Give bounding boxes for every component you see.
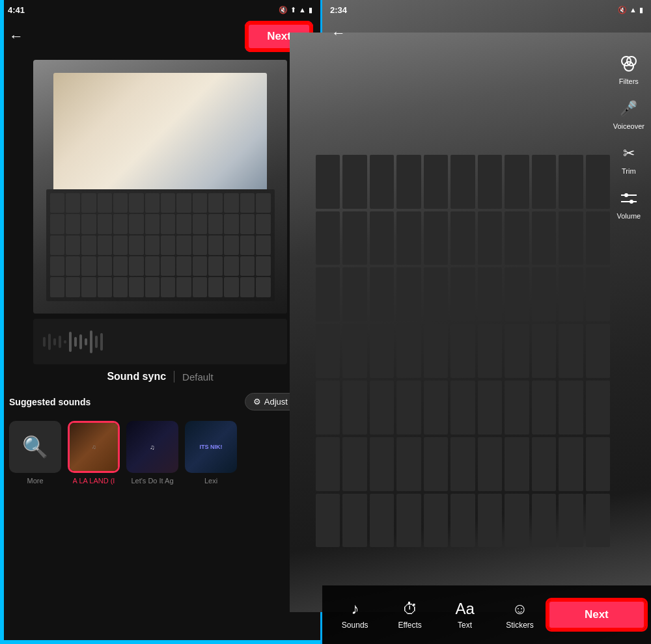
sound-thumb-more: 🔍 xyxy=(9,421,61,473)
bottom-item-effects[interactable]: ⏱ Effects xyxy=(382,600,437,630)
svg-rect-11 xyxy=(100,333,103,351)
svg-rect-10 xyxy=(95,336,98,348)
sound-label-ala-land: A LA LAND (I xyxy=(73,477,115,485)
svg-rect-2 xyxy=(53,338,56,345)
voiceover-icon: 🎤 xyxy=(617,97,641,120)
back-button-left[interactable]: ← xyxy=(9,28,23,45)
text-icon: Aa xyxy=(455,600,474,618)
effects-label: Effects xyxy=(398,621,421,630)
laptop-screen-left xyxy=(53,73,267,195)
video-background-right xyxy=(322,0,651,644)
right-panel: 2:34 🔇 ▲ ▮ ← Filters 🎤 Voiceover xyxy=(322,0,651,644)
tool-trim[interactable]: ✂ Trim xyxy=(617,142,641,175)
laptop-keyboard-left xyxy=(46,189,275,301)
sound-thumb-lets-do-it: ♫ xyxy=(126,421,178,473)
tool-voiceover[interactable]: 🎤 Voiceover xyxy=(613,97,644,130)
album-art-lets-do-it: ♫ xyxy=(126,421,178,473)
sound-item-lets-do-it[interactable]: ♫ Let's Do It Ag xyxy=(126,421,178,485)
mute-icon-right: 🔇 xyxy=(618,6,627,14)
sounds-label: Sounds xyxy=(342,621,368,630)
wifi-icon-right: ▲ xyxy=(630,6,637,14)
bottom-bar-right: ♪ Sounds ⏱ Effects Aa Text ☺ Stickers Ne… xyxy=(322,585,651,644)
left-header: ← Next xyxy=(0,20,320,53)
stickers-label: Stickers xyxy=(506,621,534,630)
right-sidebar-tools: Filters 🎤 Voiceover ✂ Trim Volume xyxy=(613,52,644,220)
effects-icon: ⏱ xyxy=(402,600,418,618)
svg-rect-5 xyxy=(69,332,72,352)
left-status-bar: 4:41 🔇 ⬆ ▲ ▮ xyxy=(0,0,320,20)
keyboard-grid-right xyxy=(309,148,617,554)
suggested-sounds-header: Suggested sounds ⚙ Adjust clip xyxy=(0,389,320,414)
upload-icon: ⬆ xyxy=(290,6,296,14)
sound-sync-row: Sound sync Default xyxy=(0,364,320,389)
album-art-lexi: ITS NIK! xyxy=(185,421,237,473)
sound-label-more: More xyxy=(27,477,43,485)
right-status-time: 2:34 xyxy=(330,5,347,15)
waveform-bar xyxy=(33,319,287,364)
sound-thumb-lexi: ITS NIK! xyxy=(185,421,237,473)
sound-label-lexi: Lexi xyxy=(204,477,217,485)
svg-rect-3 xyxy=(59,336,61,348)
video-preview-left xyxy=(33,60,287,314)
sound-item-lexi[interactable]: ITS NIK! Lexi xyxy=(185,421,237,485)
right-status-bar: 2:34 🔇 ▲ ▮ xyxy=(322,0,651,20)
next-button-right[interactable]: Next xyxy=(547,600,646,630)
sounds-icon: ♪ xyxy=(351,600,359,618)
svg-rect-4 xyxy=(64,340,66,343)
adjust-icon: ⚙ xyxy=(253,397,261,407)
left-border-decoration xyxy=(0,0,4,644)
bottom-left-border xyxy=(0,640,320,644)
bottom-item-stickers[interactable]: ☺ Stickers xyxy=(492,600,547,630)
key xyxy=(50,193,64,213)
sound-item-more[interactable]: 🔍 More xyxy=(9,421,61,485)
left-status-icons: 🔇 ⬆ ▲ ▮ xyxy=(279,6,312,14)
volume-label: Volume xyxy=(616,212,641,220)
laptop-bg xyxy=(290,33,652,612)
sound-label-lets-do-it: Let's Do It Ag xyxy=(131,477,173,485)
tool-filters[interactable]: Filters xyxy=(617,52,641,85)
text-label: Text xyxy=(458,621,472,630)
sound-item-ala-land[interactable]: ♫ A LA LAND (I xyxy=(68,421,120,485)
filters-label: Filters xyxy=(619,77,639,85)
trim-label: Trim xyxy=(622,167,636,175)
left-panel: 4:41 🔇 ⬆ ▲ ▮ ← Next xyxy=(0,0,322,644)
default-label: Default xyxy=(182,371,214,382)
tool-volume[interactable]: Volume xyxy=(616,187,641,220)
stickers-icon: ☺ xyxy=(512,600,528,618)
divider xyxy=(174,371,174,382)
bottom-item-text[interactable]: Aa Text xyxy=(437,600,492,630)
svg-point-16 xyxy=(624,193,628,197)
svg-rect-1 xyxy=(48,334,51,350)
svg-point-18 xyxy=(630,200,633,204)
wifi-icon: ▲ xyxy=(299,6,306,14)
sounds-list: 🔍 More ♫ A LA LAND (I ♫ Let's Do It Ag xyxy=(0,414,320,491)
right-header: ← xyxy=(322,20,651,47)
svg-point-14 xyxy=(624,62,633,71)
suggested-sounds-title: Suggested sounds xyxy=(9,397,90,407)
right-status-icons: 🔇 ▲ ▮ xyxy=(618,6,643,14)
battery-icon-right: ▮ xyxy=(639,6,643,14)
search-icon: 🔍 xyxy=(22,435,48,459)
album-art-ala-land: ♫ xyxy=(70,423,118,471)
svg-rect-6 xyxy=(74,337,77,347)
svg-rect-0 xyxy=(43,337,46,347)
volume-icon xyxy=(617,187,641,210)
sound-thumb-ala-land: ♫ xyxy=(68,421,120,473)
back-button-right[interactable]: ← xyxy=(331,25,346,42)
trim-icon: ✂ xyxy=(617,142,641,165)
bottom-item-sounds[interactable]: ♪ Sounds xyxy=(327,600,382,630)
mute-icon: 🔇 xyxy=(279,6,288,14)
battery-icon: ▮ xyxy=(309,6,312,14)
svg-rect-8 xyxy=(85,338,87,345)
laptop-image-left xyxy=(33,60,287,314)
left-status-time: 4:41 xyxy=(8,5,25,15)
sound-sync-label: Sound sync xyxy=(107,371,166,382)
voiceover-label: Voiceover xyxy=(613,122,644,130)
svg-rect-9 xyxy=(90,330,92,353)
filters-icon xyxy=(617,52,641,75)
svg-rect-7 xyxy=(79,334,82,349)
